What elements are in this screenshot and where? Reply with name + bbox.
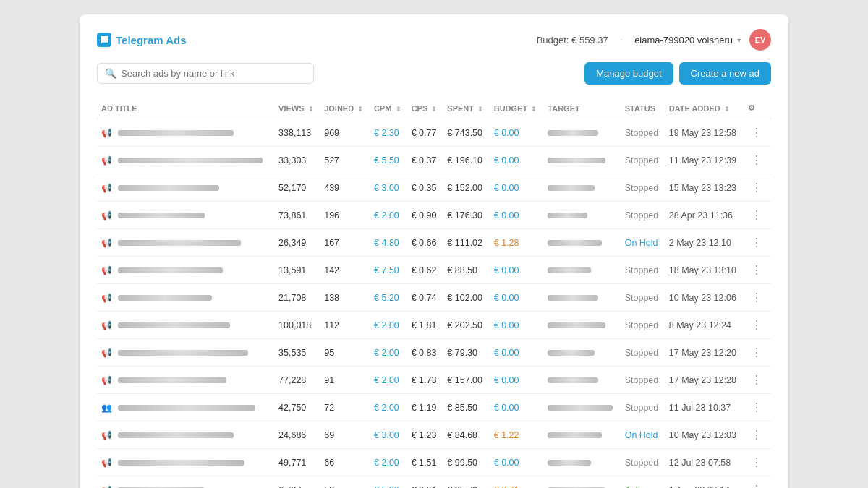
ad-views: 42,750 [274,394,320,421]
ad-budget: € 0.00 [490,394,544,421]
avatar-initials: EV [755,35,766,44]
ad-views: 33,303 [274,147,320,174]
table-row: 📢 52,170 439 € 3.00 € 0.35 € 152.00 € 0.… [97,174,771,202]
ad-actions-cell: ⋮ [744,147,771,174]
ad-menu-button[interactable]: ⋮ [748,481,765,488]
ad-actions-cell: ⋮ [744,367,771,394]
ad-title-cell: 👥 [97,394,274,421]
ad-target [543,421,620,449]
ad-budget: € 0.00 [490,312,544,339]
ad-menu-button[interactable]: ⋮ [748,344,765,361]
ad-cpm: € 5.50 [370,147,407,174]
ad-spent: € 152.00 [443,174,489,202]
ad-budget: € 0.00 [490,147,544,174]
ad-title-cell: 📢 [97,421,274,449]
ad-cpm: € 2.00 [370,202,407,229]
search-input[interactable] [121,68,306,79]
ad-budget: € 0.00 [490,339,544,367]
ad-type-icon: 📢 [101,485,112,489]
col-actions: ⚙ [744,98,771,119]
ad-menu-button[interactable]: ⋮ [748,454,765,471]
ad-type-icon: 📢 [101,430,112,440]
brand-icon [97,33,111,47]
col-spent[interactable]: SPENT ⇕ [443,98,489,119]
ad-joined: 95 [320,339,370,367]
ad-title-cell: 📢 [97,284,274,312]
ad-title-cell: 📢 [97,476,274,489]
ad-menu-button[interactable]: ⋮ [748,427,765,443]
ad-menu-button[interactable]: ⋮ [748,152,765,168]
ad-status: Stopped [621,202,665,229]
ad-actions-cell: ⋮ [744,119,771,147]
ad-title-cell: 📢 [97,119,274,147]
toolbar: 🔍 Manage budget Create a new ad [97,62,771,85]
ad-status: Stopped [621,284,665,312]
ad-menu-button[interactable]: ⋮ [748,207,765,223]
ad-title-blurred [118,350,248,356]
ad-date: 18 May 23 13:10 [665,257,744,284]
ad-spent: € 111.02 [443,229,489,257]
ad-type-icon: 📢 [101,210,112,221]
ad-status: On Hold [621,229,665,257]
ad-target-blurred [548,295,598,301]
ad-menu-button[interactable]: ⋮ [748,399,765,416]
ad-target-blurred [548,185,595,191]
ad-menu-button[interactable]: ⋮ [748,289,765,306]
col-joined[interactable]: JOINED ⇕ [320,98,370,119]
ad-cpm: € 5.20 [370,284,407,312]
user-section[interactable]: elama-799020 voisheru ▾ [634,35,741,46]
ad-joined: 439 [320,174,370,202]
ad-menu-button[interactable]: ⋮ [748,372,765,388]
ad-cps: € 0.90 [407,202,443,229]
col-views[interactable]: VIEWS ⇕ [274,98,320,119]
col-budget[interactable]: BUDGET ⇕ [490,98,544,119]
ad-menu-button[interactable]: ⋮ [748,317,765,333]
manage-budget-button[interactable]: Manage budget [584,62,673,85]
ad-menu-button[interactable]: ⋮ [748,262,765,278]
ad-spent: € 176.30 [443,202,489,229]
ad-type-icon: 📢 [101,155,112,166]
col-date-added[interactable]: DATE ADDED ⇕ [665,98,744,119]
ad-cps: € 0.62 [407,257,443,284]
search-box[interactable]: 🔍 [97,63,314,84]
ad-joined: 72 [320,394,370,421]
ad-cps: € 0.61 [407,476,443,489]
create-new-ad-button[interactable]: Create a new ad [679,62,771,85]
ad-views: 6,797 [274,476,320,489]
ad-title-cell: 📢 [97,312,274,339]
ad-status: Stopped [621,394,665,421]
ad-cpm: € 7.50 [370,257,407,284]
ad-type-icon: 📢 [101,128,112,138]
ad-date: 17 May 23 12:20 [665,339,744,367]
ad-status: Stopped [621,147,665,174]
ad-type-icon: 📢 [101,183,112,193]
table-row: 📢 49,771 66 € 2.00 € 1.51 € 99.50 € 0.00… [97,449,771,476]
ad-budget: € 0.00 [490,202,544,229]
ad-menu-button[interactable]: ⋮ [748,234,765,251]
col-cpm[interactable]: CPM ⇕ [370,98,407,119]
ad-menu-button[interactable]: ⋮ [748,179,765,196]
ad-title-cell: 📢 [97,147,274,174]
ad-spent: € 79.30 [443,339,489,367]
avatar[interactable]: EV [749,29,771,51]
ad-views: 100,018 [274,312,320,339]
ad-cps: € 0.35 [407,174,443,202]
ad-budget: € 0.00 [490,257,544,284]
ad-budget: € 0.00 [490,119,544,147]
ad-target-blurred [548,432,602,438]
ad-title-blurred [118,267,223,273]
ad-date: 11 May 23 12:39 [665,147,744,174]
ad-title-blurred [118,322,230,328]
ad-joined: 142 [320,257,370,284]
ad-target [543,394,620,421]
col-cps[interactable]: CPS ⇕ [407,98,443,119]
ad-cpm: € 4.80 [370,229,407,257]
ad-menu-button[interactable]: ⋮ [748,124,765,141]
ad-cpm: € 2.00 [370,312,407,339]
col-ad-title: AD TITLE [97,98,274,119]
ad-target-blurred [548,130,598,136]
ad-status: Stopped [621,174,665,202]
ad-date: 17 May 23 12:28 [665,367,744,394]
ad-title-cell: 📢 [97,229,274,257]
ad-target-blurred [548,405,613,411]
